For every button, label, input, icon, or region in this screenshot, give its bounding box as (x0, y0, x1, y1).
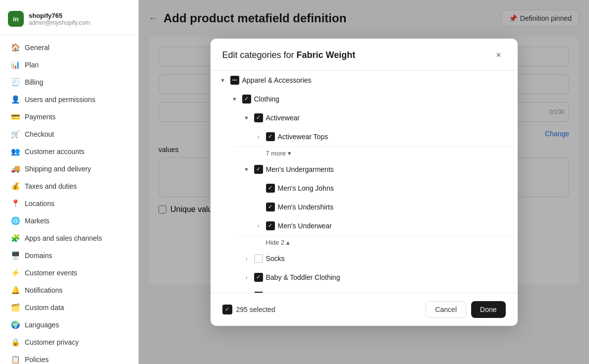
cat-row-dresses[interactable]: › Dresses (234, 287, 518, 293)
cat-row-baby-toddler[interactable]: › Baby & Toddler Clothing (234, 268, 518, 287)
sidebar-item-customer-accounts[interactable]: 👥 Customer accounts (3, 143, 135, 160)
done-button[interactable]: Done (471, 301, 505, 318)
cat-label-mens-long-johns: Men's Long Johns (278, 184, 510, 192)
expand-icon[interactable]: › (242, 254, 251, 263)
sidebar-item-label: Checkout (25, 130, 54, 138)
cat-row-activewear-tops[interactable]: › Activewear Tops (246, 127, 518, 146)
cat-row-mens-long-johns[interactable]: › Men's Long Johns (246, 179, 518, 198)
dialog-title-prefix: Edit categories for (222, 50, 297, 60)
cat-checkbox-mens-undergarments[interactable] (254, 165, 263, 174)
sidebar-item-label: Customer accounts (25, 148, 85, 156)
dialog-title: Edit categories for Fabric Weight (222, 50, 356, 60)
sidebar-item-label: Policies (25, 356, 49, 364)
policies-icon: 📋 (11, 355, 20, 364)
languages-icon: 🌍 (11, 320, 20, 329)
billing-icon: 🧾 (11, 78, 20, 87)
cat-row-socks[interactable]: › Socks (234, 249, 518, 268)
cat-row-clothing[interactable]: ▼ Clothing (222, 90, 518, 108)
sidebar-item-customer-events[interactable]: ⚡ Customer events (3, 264, 135, 281)
main-content: ← Add product metafield definition 📌 Def… (139, 0, 589, 364)
sidebar-item-label: Notifications (25, 286, 62, 294)
domains-icon: 🖥️ (11, 251, 20, 260)
cat-item-activewear: ▼ Activewear › (234, 108, 518, 147)
sidebar-item-customer-privacy[interactable]: 🔒 Customer privacy (3, 334, 135, 351)
selected-check-icon: ✓ (222, 305, 232, 314)
cat-children-activewear: › Activewear Tops (234, 127, 518, 146)
user-name: shopify765 (29, 12, 90, 19)
sidebar-item-shipping[interactable]: 🚚 Shipping and delivery (3, 160, 135, 177)
cat-label-baby-toddler: Baby & Toddler Clothing (266, 273, 510, 281)
sidebar-item-locations[interactable]: 📍 Locations (3, 195, 135, 212)
cat-label-mens-undershirts: Men's Undershirts (278, 203, 510, 211)
expand-icon[interactable]: › (254, 221, 263, 230)
apps-icon: 🧩 (11, 234, 20, 243)
sidebar-item-label: Apps and sales channels (25, 234, 102, 242)
app-container: in shopify765 admin@myshopify.com 🏠 Gene… (0, 0, 589, 364)
cat-item-apparel: ▼ Apparel & Accessories ▼ (211, 71, 518, 293)
cat-children-apparel: ▼ Clothing ▼ (211, 90, 518, 293)
sidebar-item-payments[interactable]: 💳 Payments (3, 108, 135, 125)
cat-row-apparel[interactable]: ▼ Apparel & Accessories (211, 71, 518, 90)
cat-item-mens-undergarments: ▼ Men's Undergarments › (234, 160, 518, 236)
custom-data-icon: 🗂️ (11, 303, 20, 312)
dialog-body[interactable]: ▼ Apparel & Accessories ▼ (211, 71, 518, 293)
cat-label-apparel: Apparel & Accessories (242, 76, 510, 84)
sidebar-item-billing[interactable]: 🧾 Billing (3, 74, 135, 91)
cat-label-mens-underwear: Men's Underwear (278, 222, 510, 230)
cat-checkbox-mens-undershirts[interactable] (266, 203, 275, 211)
chevron-up-icon: ▴ (286, 239, 290, 246)
sidebar-item-custom-data[interactable]: 🗂️ Custom data (3, 299, 135, 316)
more-clothing-link[interactable]: 7 more ▾ (234, 147, 518, 160)
cat-row-activewear[interactable]: ▼ Activewear (234, 108, 518, 127)
cat-row-mens-undershirts[interactable]: › Men's Undershirts (246, 198, 518, 216)
sidebar-item-apps[interactable]: 🧩 Apps and sales channels (3, 230, 135, 247)
cat-checkbox-mens-underwear[interactable] (266, 221, 275, 230)
cat-row-mens-underwear[interactable]: › Men's Underwear (246, 216, 518, 235)
sidebar-item-notifications[interactable]: 🔔 Notifications (3, 282, 135, 299)
dialog-close-button[interactable]: × (492, 49, 506, 62)
cat-checkbox-clothing[interactable] (242, 95, 251, 104)
cat-checkbox-activewear[interactable] (254, 113, 263, 122)
cat-label-mens-undergarments: Men's Undergarments (266, 165, 510, 173)
taxes-icon: 💰 (11, 182, 20, 191)
sidebar-item-general[interactable]: 🏠 General (3, 39, 135, 56)
customer-accounts-icon: 👥 (11, 147, 20, 156)
notifications-icon: 🔔 (11, 286, 20, 295)
dialog-title-bold: Fabric Weight (297, 50, 356, 60)
footer-buttons: Cancel Done (426, 301, 505, 318)
sidebar-item-checkout[interactable]: 🛒 Checkout (3, 126, 135, 143)
avatar: in (8, 11, 24, 27)
collapse-icon[interactable]: ▼ (242, 113, 251, 122)
collapse-icon[interactable]: ▼ (242, 165, 251, 174)
markets-icon: 🌐 (11, 216, 20, 225)
expand-icon[interactable]: › (254, 132, 263, 141)
sidebar-item-policies[interactable]: 📋 Policies (3, 351, 135, 364)
cat-checkbox-mens-long-johns[interactable] (266, 184, 275, 193)
sidebar-item-plan[interactable]: 📊 Plan (3, 56, 135, 73)
cancel-button[interactable]: Cancel (426, 301, 466, 318)
sidebar-item-markets[interactable]: 🌐 Markets (3, 212, 135, 229)
cat-checkbox-activewear-tops[interactable] (266, 132, 275, 141)
more-label: 7 more (266, 150, 286, 157)
sidebar-item-label: Languages (25, 321, 59, 329)
hide-link[interactable]: Hide 2 ▴ (234, 236, 518, 249)
sidebar-item-label: Domains (25, 252, 52, 260)
expand-icon[interactable]: › (242, 273, 251, 282)
general-icon: 🏠 (11, 43, 20, 52)
cat-checkbox-baby-toddler[interactable] (254, 273, 263, 282)
sidebar-item-label: Payments (25, 113, 55, 121)
sidebar-item-domains[interactable]: 🖥️ Domains (3, 247, 135, 264)
sidebar-item-label: General (25, 44, 50, 52)
cat-checkbox-socks[interactable] (254, 254, 263, 263)
modal-overlay: Edit categories for Fabric Weight × ▼ Ap… (139, 0, 589, 364)
cat-row-mens-undergarments[interactable]: ▼ Men's Undergarments (234, 160, 518, 179)
collapse-icon[interactable]: ▼ (218, 76, 227, 85)
sidebar-item-label: Customer events (25, 269, 77, 277)
sidebar-item-languages[interactable]: 🌍 Languages (3, 316, 135, 333)
cat-checkbox-apparel[interactable] (230, 76, 239, 85)
sidebar-item-label: Billing (25, 78, 43, 86)
sidebar-item-taxes[interactable]: 💰 Taxes and duties (3, 178, 135, 195)
collapse-icon[interactable]: ▼ (230, 95, 239, 104)
cat-item-clothing: ▼ Clothing ▼ (222, 90, 518, 293)
sidebar-item-users[interactable]: 👤 Users and permissions (3, 91, 135, 108)
